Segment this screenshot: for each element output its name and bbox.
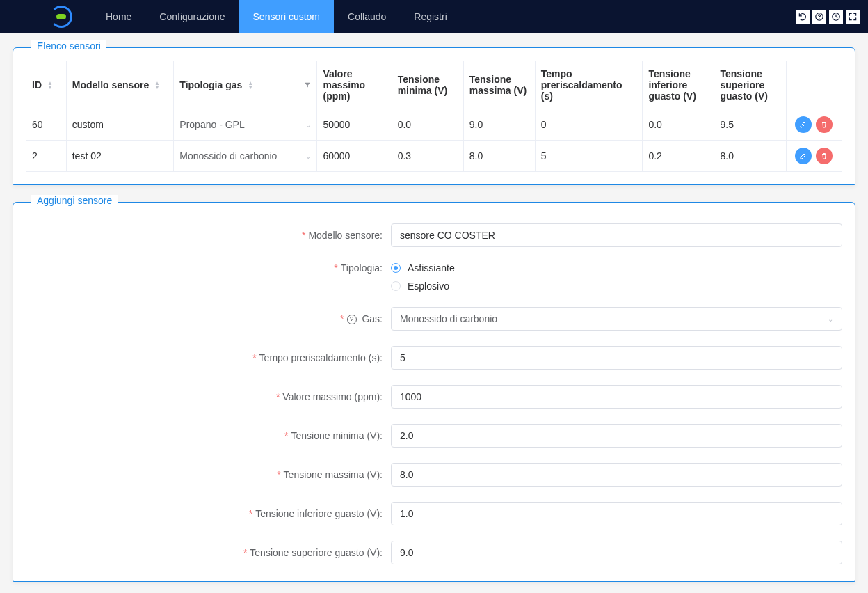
- label-thighfault: *Tensione superiore guasto (V):: [26, 547, 391, 558]
- input-preheat[interactable]: [391, 346, 842, 370]
- col-preheat: Tempo preriscaldamento (s): [535, 61, 643, 109]
- sort-icon[interactable]: ▲▼: [154, 81, 160, 90]
- cell-tmax: 8.0: [463, 141, 535, 172]
- nav-right-actions: [796, 10, 860, 24]
- top-nav: Home Configurazione Sensori custom Colla…: [0, 0, 868, 33]
- nav-registri[interactable]: Registri: [400, 0, 460, 33]
- panel-add-sensor: Aggiungi sensore *Modello sensore: *Tipo…: [13, 202, 855, 582]
- radio-asfissiante[interactable]: Asfissiante: [391, 262, 842, 274]
- table-row: 60customPropano - GPL⌄500000.09.000.09.5: [26, 109, 842, 141]
- radio-asfissiante-label: Asfissiante: [408, 262, 455, 274]
- table-header-row: ID ▲▼ Modello sensore ▲▼ Tipologia gas ▲…: [26, 61, 842, 109]
- col-tlowfault-label: Tensione inferiore guasto (V): [648, 68, 696, 102]
- col-id-label: ID: [32, 79, 42, 90]
- input-tmax[interactable]: [391, 463, 842, 487]
- chevron-down-icon: ⌄: [305, 152, 311, 160]
- cell-actions: [786, 141, 842, 172]
- input-model[interactable]: [391, 223, 842, 247]
- radio-circle-icon: [391, 263, 401, 273]
- cell-tmin: 0.3: [392, 141, 463, 172]
- clock-icon[interactable]: [829, 10, 843, 24]
- input-thighfault[interactable]: [391, 541, 842, 564]
- col-tmin: Tensione minima (V): [392, 61, 463, 109]
- delete-button[interactable]: [816, 116, 833, 133]
- col-model-label: Modello sensore: [72, 79, 149, 90]
- sort-icon[interactable]: ▲▼: [47, 81, 53, 90]
- cell-model: custom: [66, 109, 174, 141]
- cell-id: 2: [26, 141, 67, 172]
- input-tlowfault[interactable]: [391, 502, 842, 525]
- label-type: *Tipologia:: [26, 262, 391, 274]
- col-preheat-label: Tempo preriscaldamento (s): [541, 68, 622, 102]
- col-vmax: Valore massimo (ppm): [317, 61, 392, 109]
- logo-circle: [50, 6, 72, 28]
- label-model: *Modello sensore:: [26, 230, 391, 241]
- chevron-down-icon: ⌄: [828, 315, 833, 323]
- cell-preheat: 0: [535, 109, 643, 141]
- col-gas-label: Tipologia gas: [179, 79, 242, 90]
- col-tmax: Tensione massima (V): [463, 61, 535, 109]
- input-tmin[interactable]: [391, 424, 842, 448]
- cell-id: 60: [26, 109, 67, 141]
- col-vmax-label: Valore massimo (ppm): [323, 68, 365, 102]
- help-icon[interactable]: ?: [347, 315, 357, 324]
- col-id[interactable]: ID ▲▼: [26, 61, 67, 109]
- gas-select[interactable]: Monossido di carbonio⌄: [179, 150, 311, 161]
- label-tmax: *Tensione massima (V):: [26, 469, 391, 480]
- logo-indicator: [56, 14, 66, 19]
- radio-esplosivo[interactable]: Esplosivo: [391, 280, 842, 292]
- select-gas[interactable]: Monossido di carbonio ⌄: [391, 307, 842, 331]
- gas-select[interactable]: Propano - GPL⌄: [179, 119, 311, 130]
- panel-list-title: Elenco sensori: [31, 40, 106, 52]
- nav-collaudo[interactable]: Collaudo: [334, 0, 400, 33]
- label-vmax: *Valore massimo (ppm):: [26, 391, 391, 402]
- cell-tmax: 9.0: [463, 109, 535, 141]
- nav-items: Home Configurazione Sensori custom Colla…: [92, 0, 461, 33]
- col-gas[interactable]: Tipologia gas ▲▼: [174, 61, 317, 109]
- cell-tmin: 0.0: [392, 109, 463, 141]
- edit-button[interactable]: [795, 116, 812, 133]
- col-model[interactable]: Modello sensore ▲▼: [66, 61, 174, 109]
- label-gas: *? Gas:: [26, 313, 391, 324]
- cell-gas[interactable]: Monossido di carbonio⌄: [174, 141, 317, 172]
- filter-icon[interactable]: [304, 79, 311, 90]
- cell-vmax: 50000: [317, 109, 392, 141]
- panel-add-title: Aggiungi sensore: [31, 195, 118, 206]
- nav-configurazione[interactable]: Configurazione: [145, 0, 239, 33]
- radio-circle-icon: [391, 281, 401, 291]
- col-thighfault: Tensione superiore guasto (V): [714, 61, 786, 109]
- back-icon[interactable]: [796, 10, 810, 24]
- delete-button[interactable]: [816, 148, 833, 164]
- cell-thighfault: 8.0: [714, 141, 786, 172]
- radio-esplosivo-label: Esplosivo: [408, 280, 449, 292]
- label-tlowfault: *Tensione inferiore guasto (V):: [26, 508, 391, 519]
- cell-gas[interactable]: Propano - GPL⌄: [174, 109, 317, 141]
- gas-select-value: Monossido di carbonio: [179, 150, 277, 161]
- app-logo: [47, 3, 75, 31]
- chevron-down-icon: ⌄: [305, 121, 311, 129]
- col-tmax-label: Tensione massima (V): [469, 74, 527, 96]
- cell-vmax: 60000: [317, 141, 392, 172]
- nav-home[interactable]: Home: [92, 0, 145, 33]
- cell-actions: [786, 109, 842, 141]
- label-preheat: *Tempo preriscaldamento (s):: [26, 352, 391, 363]
- nav-sensori-custom[interactable]: Sensori custom: [239, 0, 334, 33]
- select-gas-value: Monossido di carbonio: [400, 313, 497, 324]
- cell-tlowfault: 0.2: [643, 141, 714, 172]
- col-actions: [786, 61, 842, 109]
- label-tmin: *Tensione minima (V):: [26, 430, 391, 441]
- cell-preheat: 5: [535, 141, 643, 172]
- sort-icon[interactable]: ▲▼: [248, 81, 253, 90]
- help-icon[interactable]: [812, 10, 826, 24]
- radio-group-type: Asfissiante Esplosivo: [391, 262, 842, 292]
- col-tlowfault: Tensione inferiore guasto (V): [643, 61, 714, 109]
- edit-button[interactable]: [795, 148, 812, 164]
- gas-select-value: Propano - GPL: [179, 119, 244, 130]
- cell-model: test 02: [66, 141, 174, 172]
- input-vmax[interactable]: [391, 385, 842, 409]
- panel-sensor-list: Elenco sensori ID ▲▼ Modello sensore ▲▼ …: [13, 47, 855, 185]
- fullscreen-icon[interactable]: [846, 10, 860, 24]
- cell-thighfault: 9.5: [714, 109, 786, 141]
- col-tmin-label: Tensione minima (V): [398, 74, 448, 96]
- add-sensor-form: *Modello sensore: *Tipologia: Asfissiant…: [26, 223, 842, 564]
